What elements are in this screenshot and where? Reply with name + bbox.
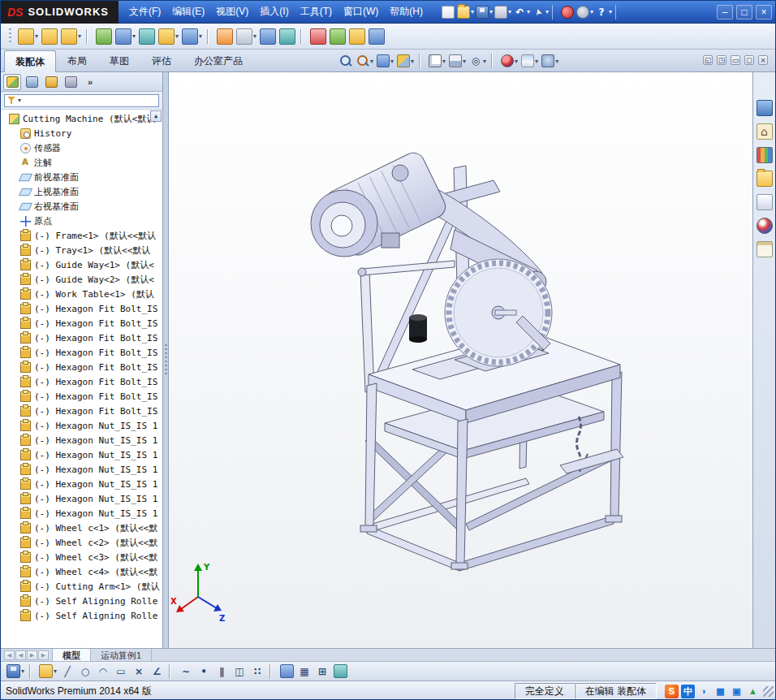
ime-toolbox-icon[interactable]: ▣: [730, 685, 744, 698]
move-component-icon[interactable]: [114, 28, 136, 45]
scroll-next-button[interactable]: ▶: [27, 650, 37, 660]
appearances-icon[interactable]: [756, 216, 774, 235]
reference-geometry-icon[interactable]: [181, 28, 203, 45]
design-library-icon[interactable]: [756, 145, 774, 165]
tree-item[interactable]: (-) Hexagon Fit Bolt_IS: [2, 374, 162, 389]
sogou-input-icon[interactable]: S: [665, 685, 679, 698]
minimize-button[interactable]: –: [717, 5, 733, 19]
help-icon[interactable]: ?: [594, 3, 613, 21]
configurationmanager-tab[interactable]: [42, 74, 60, 90]
scroll-prev-button[interactable]: ◀: [15, 650, 26, 660]
arc-icon[interactable]: ◠: [95, 663, 111, 681]
tree-item[interactable]: (-) Hexagon Nut_IS_IS 1: [2, 506, 162, 521]
propertymanager-tab[interactable]: [23, 74, 41, 90]
tree-item[interactable]: (-) Hexagon Fit Bolt_IS: [2, 345, 162, 360]
tray-more-icon[interactable]: ▲: [746, 685, 760, 698]
scroll-first-button[interactable]: ◀: [4, 650, 15, 660]
tab-motion-study-1[interactable]: 运动算例1: [91, 649, 152, 661]
tree-item[interactable]: (-) Cutting Arm<1> (默认: [2, 579, 162, 594]
tree-item[interactable]: (-) Wheel c<4> (默认<<默: [2, 564, 162, 579]
tree-item[interactable]: (-) Tray<1> (默认<<默认: [2, 243, 162, 257]
maximize-button[interactable]: □: [736, 5, 752, 19]
show-hidden-components-icon[interactable]: [138, 28, 156, 45]
apply-scene-icon[interactable]: [520, 52, 539, 70]
assembly-features-icon[interactable]: [157, 28, 179, 45]
tree-item[interactable]: (-) Hexagon Fit Bolt_IS: [2, 404, 162, 418]
scroll-last-button[interactable]: ▶: [38, 650, 49, 660]
tree-item[interactable]: (-) Hexagon Nut_IS_IS 1: [2, 433, 162, 447]
spline-icon[interactable]: ~: [178, 663, 194, 681]
ime-crescent-icon[interactable]: ◗: [697, 685, 711, 698]
tree-item[interactable]: (-) Self Aligning Rolle: [2, 594, 162, 608]
tree-item[interactable]: (-) Guide Way<1> (默认<: [2, 257, 162, 272]
undo-icon[interactable]: ↶: [512, 3, 531, 21]
new-motion-study-icon[interactable]: [216, 28, 234, 45]
circle-icon[interactable]: ○: [77, 663, 93, 681]
view-palette-icon[interactable]: [756, 192, 774, 212]
rectangle-icon[interactable]: ▭: [113, 663, 129, 681]
take-snapshot-icon[interactable]: [348, 28, 366, 45]
solidworks-resources-icon[interactable]: [756, 98, 774, 118]
tree-item[interactable]: (-) Hexagon Fit Bolt_IS: [2, 389, 162, 404]
menu-edit[interactable]: 编辑(E): [166, 2, 210, 22]
save-icon[interactable]: [475, 3, 494, 21]
line-icon[interactable]: ╱: [59, 663, 75, 681]
bill-of-materials-icon[interactable]: [235, 28, 257, 45]
point-icon[interactable]: •: [196, 663, 212, 681]
tree-item[interactable]: (-) Hexagon Fit Bolt_IS: [2, 301, 162, 316]
dock-pane-right-icon[interactable]: ◳: [716, 54, 727, 66]
home-icon[interactable]: ⌂: [756, 122, 774, 141]
tree-root[interactable]: Cutting Machine (默认<默认: [2, 111, 162, 126]
tab-office-products[interactable]: 办公室产品: [183, 50, 254, 71]
close-button[interactable]: ×: [756, 5, 772, 19]
dimxpertmanager-tab[interactable]: [62, 74, 80, 90]
new-document-icon[interactable]: [440, 3, 456, 21]
shaded-sketch-contours-icon[interactable]: [332, 663, 348, 681]
section-view-icon[interactable]: [396, 52, 415, 70]
edit-appearance-icon[interactable]: [500, 52, 519, 70]
menu-insert[interactable]: 插入(I): [254, 2, 294, 22]
tab-assembly[interactable]: 装配体: [4, 50, 56, 72]
linear-component-pattern-icon[interactable]: [60, 28, 82, 45]
menu-file[interactable]: 文件(F): [123, 2, 166, 22]
mirror-entities-icon[interactable]: ◫: [231, 663, 248, 681]
panel-splitter[interactable]: [163, 72, 169, 648]
select-icon[interactable]: ➤: [531, 3, 550, 21]
trim-entities-icon[interactable]: ×: [131, 663, 147, 681]
menu-view[interactable]: 视图(V): [210, 2, 254, 22]
tree-item[interactable]: (-) Hexagon Nut_IS_IS 1: [2, 477, 162, 491]
tree-item[interactable]: (-) Hexagon Fit Bolt_IS: [2, 331, 162, 345]
tree-item[interactable]: (-) Hexagon Nut_IS_IS 1: [2, 491, 162, 506]
display-style-icon[interactable]: [448, 52, 467, 70]
hide-show-items-icon[interactable]: ◎: [468, 52, 487, 70]
zoom-to-area-icon[interactable]: [356, 52, 374, 70]
featuremanager-tab[interactable]: [3, 74, 21, 90]
menu-help[interactable]: 帮助(H): [384, 2, 429, 22]
close-commandmanager-icon[interactable]: ×: [757, 54, 769, 66]
resize-grip[interactable]: [763, 686, 774, 697]
sketch-chamfer-icon[interactable]: ∠: [149, 663, 165, 681]
tab-layout[interactable]: 布局: [56, 50, 98, 71]
tree-item[interactable]: History: [2, 126, 162, 140]
tree-item[interactable]: (-) Work Table<1> (默认: [2, 287, 162, 301]
exploded-view-icon[interactable]: [259, 28, 277, 45]
options-icon[interactable]: [576, 3, 594, 21]
tree-item[interactable]: (-) Wheel c<2> (默认<<默: [2, 535, 162, 550]
tree-item[interactable]: (-) Wheel c<3> (默认<<默: [2, 550, 162, 564]
grid-snap-icon[interactable]: ▦: [296, 663, 313, 681]
tree-item[interactable]: (-) Self Aligning Rolle: [2, 608, 162, 623]
chinese-mode-icon[interactable]: 中: [681, 685, 695, 698]
interference-detection-icon[interactable]: [309, 28, 327, 45]
zoom-to-fit-icon[interactable]: [338, 52, 354, 70]
offset-entities-icon[interactable]: ∥: [213, 663, 230, 681]
open-document-icon[interactable]: [456, 3, 475, 21]
tree-item[interactable]: 右视基准面: [2, 199, 162, 214]
more-tabs-icon[interactable]: »: [88, 77, 93, 87]
view-settings-icon[interactable]: [541, 52, 559, 70]
tab-sketch[interactable]: 草图: [98, 50, 140, 71]
rebuild-icon[interactable]: [559, 3, 576, 21]
sketch-icon[interactable]: [38, 663, 58, 681]
tree-item[interactable]: (-) Wheel c<1> (默认<<默: [2, 521, 162, 535]
filter-input[interactable]: [4, 94, 159, 107]
tree-item[interactable]: (-) Hexagon Nut_IS_IS 1: [2, 418, 162, 433]
